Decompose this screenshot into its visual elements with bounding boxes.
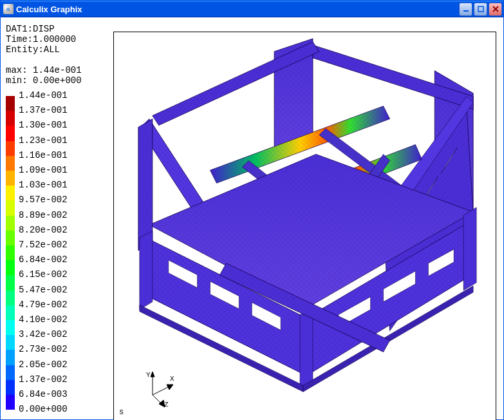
legend-color-segment [6,245,15,260]
svg-marker-39 [140,231,153,310]
legend-tick-label: 3.42e-002 [19,327,68,342]
legend-color-segment [6,216,15,231]
dataset-label: DAT1:DISP [6,24,55,34]
legend-color-segment [6,365,15,380]
min-label: min: 0.00e+000 [6,75,82,86]
legend-tick-label: 4.10e-002 [19,312,68,327]
legend-tick-label: 8.20e-002 [19,223,68,238]
legend-color-segment [6,171,15,186]
close-button[interactable] [489,3,502,16]
app-window: ≡ Calculix Graphix DAT1:DISP Time:1.0000… [0,0,504,420]
legend-color-segment [6,335,15,350]
legend-tick-label: 0.00e+000 [19,402,68,417]
legend-tick-label: 4.79e-002 [19,298,68,312]
svg-marker-28 [138,119,153,251]
legend-color-segment [6,275,15,290]
legend-colorbar [6,96,15,410]
legend-color-segment [6,320,15,335]
legend-color-segment [6,126,15,140]
minimize-button[interactable] [459,3,472,16]
legend-color-segment [6,305,15,320]
legend-tick-label: 1.44e-001 [19,88,68,103]
legend-tick-label: 2.73e-002 [19,342,68,357]
legend-color-segment [6,200,15,215]
color-legend: 1.44e-0011.37e-0011.30e-0011.23e-0011.16… [6,96,68,417]
legend-color-segment [6,156,15,171]
legend-tick-label: 2.05e-002 [19,358,68,372]
legend-tick-label: 7.52e-002 [19,238,68,253]
client-area: DAT1:DISP Time:1.000000 Entity:ALL max: … [1,17,503,419]
svg-marker-7 [313,45,473,110]
svg-marker-47 [151,372,154,377]
3d-viewport[interactable]: Y X Z s [113,32,496,420]
legend-tick-label: 1.03e-001 [19,178,68,193]
legend-tick-label: 6.84e-003 [19,387,68,402]
legend-tick-label: 1.30e-001 [19,118,68,133]
window-controls [458,3,502,16]
legend-tick-label: 6.84e-002 [19,253,68,267]
legend-color-segment [6,350,15,365]
time-label: Time:1.000000 [6,34,76,44]
svg-marker-41 [463,207,476,291]
legend-color-segment [6,186,15,200]
titlebar[interactable]: ≡ Calculix Graphix [1,1,503,17]
svg-rect-0 [463,10,469,12]
viewport-corner-label: s [119,408,124,417]
legend-color-segment [6,141,15,156]
legend-tick-label: 1.09e-001 [19,163,68,178]
legend-tick-label: 1.23e-001 [19,133,68,148]
entity-label: Entity:ALL [6,44,60,55]
svg-marker-40 [300,309,313,389]
legend-tick-label: 1.16e-001 [19,148,68,163]
legend-color-segment [6,96,15,111]
maximize-button[interactable] [474,3,487,16]
legend-tick-label: 6.15e-002 [19,267,68,282]
legend-tick-label: 1.37e-001 [19,103,68,118]
legend-color-segment [6,380,15,395]
legend-labels: 1.44e-0011.37e-0011.30e-0011.23e-0011.16… [15,88,68,417]
axis-z-label: Z [164,401,169,408]
result-info: DAT1:DISP Time:1.000000 Entity:ALL max: … [6,24,82,86]
legend-color-segment [6,231,15,245]
fea-structure [138,39,476,392]
legend-tick-label: 8.89e-002 [19,208,68,223]
svg-marker-49 [167,385,173,390]
window-title: Calculix Graphix [16,5,458,14]
legend-tick-label: 5.47e-002 [19,283,68,298]
app-icon: ≡ [3,4,14,14]
axis-x-label: X [170,375,174,383]
axis-indicator: Y X Z [140,369,178,408]
max-label: max: 1.44e-001 [6,65,82,75]
svg-rect-1 [478,6,483,12]
legend-color-segment [6,111,15,126]
fea-model-canvas[interactable] [114,32,496,420]
legend-color-segment [6,291,15,305]
legend-tick-label: 9.57e-002 [19,193,68,207]
legend-color-segment [6,260,15,275]
legend-color-segment [6,395,15,410]
legend-tick-label: 1.37e-002 [19,372,68,387]
axis-y-label: Y [146,371,151,379]
